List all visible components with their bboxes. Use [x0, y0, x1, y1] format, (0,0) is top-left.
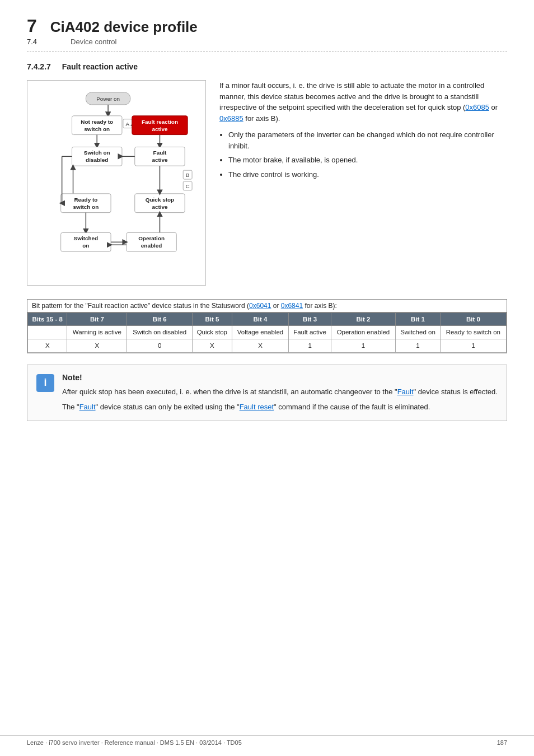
svg-text:Power on: Power on: [96, 96, 120, 102]
subsection-title: Fault reaction active: [62, 62, 138, 71]
svg-text:enabled: enabled: [141, 242, 162, 249]
bullet-item-1: Only the parameters of the inverter can …: [228, 129, 507, 151]
cell-bit7-val: X: [67, 339, 127, 352]
svg-text:on: on: [82, 242, 89, 249]
col-bit0: Bit 0: [440, 313, 506, 326]
cell-bit4-label: Voltage enabled: [232, 326, 289, 339]
svg-text:Fault: Fault: [153, 150, 167, 156]
header-divider: [27, 52, 507, 52]
description-paragraph: If a minor fault occurs, i. e. the drive…: [219, 80, 507, 124]
svg-text:B: B: [186, 172, 190, 178]
col-bit4: Bit 4: [232, 313, 289, 326]
cell-bit0-label: Ready to switch on: [440, 326, 506, 339]
svg-text:C: C: [186, 183, 190, 189]
cell-bit3-val: 1: [289, 339, 331, 352]
footer-right: 187: [497, 739, 507, 746]
diagram-svg: Power on Not ready to switch on A Fault …: [33, 87, 200, 278]
svg-text:switch on: switch on: [73, 204, 99, 210]
col-bit7: Bit 7: [67, 313, 127, 326]
svg-text:Switch on: Switch on: [84, 150, 110, 156]
cell-bit2-val: 1: [331, 339, 395, 352]
chapter-title: CiA402 device profile: [50, 18, 198, 36]
cell-bit4-val: X: [232, 339, 289, 352]
svg-text:A: A: [126, 121, 130, 127]
cell-bit7-label: Warning is active: [67, 326, 127, 339]
table-value-row: X X 0 X X 1 1 1 1: [28, 339, 507, 352]
col-bit6: Bit 6: [127, 313, 193, 326]
note-box: i Note! After quick stop has been execut…: [27, 365, 507, 421]
note-paragraph-1: After quick stop has been executed, i. e…: [62, 386, 498, 398]
cell-bit6-val: 0: [127, 339, 193, 352]
footer-left: Lenze · i700 servo inverter · Reference …: [27, 739, 242, 746]
col-bit3: Bit 3: [289, 313, 331, 326]
cell-bit0-val: 1: [440, 339, 506, 352]
svg-text:Ready to: Ready to: [74, 197, 97, 203]
cell-bit5-label: Quick stop: [193, 326, 232, 339]
link-0x6841[interactable]: 0x6841: [281, 302, 303, 310]
page-header: 7 CiA402 device profile 7.4 Device contr…: [27, 16, 507, 46]
svg-text:active: active: [152, 126, 168, 132]
note-content: Note! After quick stop has been executed…: [62, 373, 498, 413]
section-label: Device control: [71, 38, 116, 46]
chapter-number: 7: [27, 16, 37, 36]
note-paragraph-2: The "Fault" device status can only be ex…: [62, 402, 498, 413]
cell-bits15-8-val: X: [28, 339, 67, 352]
link-fault-1[interactable]: Fault: [397, 388, 414, 396]
col-bit2: Bit 2: [331, 313, 395, 326]
note-title: Note!: [62, 373, 498, 382]
link-fault-reset[interactable]: Fault reset: [240, 403, 274, 411]
svg-text:Fault reaction: Fault reaction: [142, 119, 178, 125]
bullet-list: Only the parameters of the inverter can …: [228, 129, 507, 180]
bit-table-container: Bit pattern for the "Fault reaction acti…: [27, 299, 507, 353]
note-icon: i: [36, 374, 54, 392]
svg-text:Quick stop: Quick stop: [146, 197, 174, 203]
state-diagram: Power on Not ready to switch on A Fault …: [27, 80, 206, 286]
table-label-row: Warning is active Switch on disabled Qui…: [28, 326, 507, 339]
col-bit1: Bit 1: [396, 313, 441, 326]
link-0x6885[interactable]: 0x6885: [219, 114, 243, 123]
col-bits15-8: Bits 15 - 8: [28, 313, 67, 326]
cell-bit1-label: Switched on: [396, 326, 441, 339]
subsection-number: 7.4.2.7: [27, 62, 51, 71]
svg-text:Switched: Switched: [74, 235, 99, 241]
cell-bits15-8-label: [28, 326, 67, 339]
link-0x6041[interactable]: 0x6041: [249, 302, 271, 310]
cell-bit2-label: Operation enabled: [331, 326, 395, 339]
svg-text:active: active: [152, 157, 168, 163]
bullet-item-3: The drive control is working.: [228, 169, 507, 180]
link-fault-2[interactable]: Fault: [79, 403, 96, 411]
cell-bit3-label: Fault active: [289, 326, 331, 339]
col-bit5: Bit 5: [193, 313, 232, 326]
right-description: If a minor fault occurs, i. e. the drive…: [219, 80, 507, 286]
bit-table: Bits 15 - 8 Bit 7 Bit 6 Bit 5 Bit 4 Bit …: [27, 312, 507, 353]
link-0x6085[interactable]: 0x6085: [465, 103, 489, 111]
main-content: Power on Not ready to switch on A Fault …: [27, 80, 507, 286]
section-heading: 7.4.2.7 Fault reaction active: [27, 62, 507, 71]
section-number: 7.4: [27, 38, 37, 46]
cell-bit5-val: X: [193, 339, 232, 352]
svg-text:switch on: switch on: [84, 126, 110, 132]
cell-bit1-val: 1: [396, 339, 441, 352]
bullet-item-2: The motor brake, if available, is opened…: [228, 155, 507, 166]
cell-bit6-label: Switch on disabled: [127, 326, 193, 339]
table-caption: Bit pattern for the "Fault reaction acti…: [27, 300, 507, 312]
svg-text:disabled: disabled: [86, 157, 108, 163]
svg-text:Not ready to: Not ready to: [81, 119, 113, 125]
page-footer: Lenze · i700 servo inverter · Reference …: [0, 735, 534, 746]
table-header-row: Bits 15 - 8 Bit 7 Bit 6 Bit 5 Bit 4 Bit …: [28, 313, 507, 326]
svg-text:Operation: Operation: [138, 235, 165, 241]
svg-text:active: active: [152, 204, 168, 210]
